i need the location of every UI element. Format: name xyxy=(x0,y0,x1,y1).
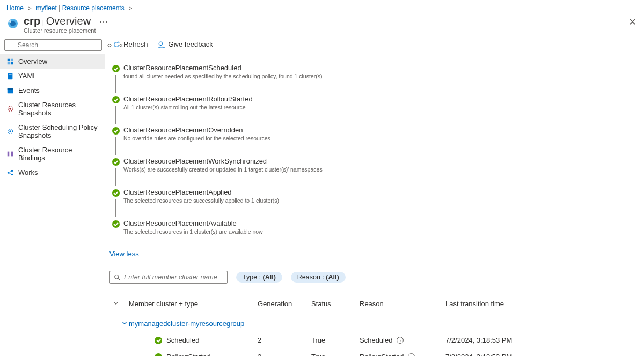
events-icon xyxy=(6,87,14,94)
feedback-label: Give feedback xyxy=(169,40,213,48)
breadcrumb-resource-placements[interactable]: Resource placements xyxy=(62,4,125,12)
sidebar-item-label: Overview xyxy=(18,57,47,65)
breadcrumb-separator: > xyxy=(28,5,31,11)
success-icon xyxy=(112,220,120,228)
svg-line-27 xyxy=(118,278,120,280)
table-header: Member cluster + type Generation Status … xyxy=(109,300,644,315)
toolbar: Refresh Give feedback xyxy=(105,37,644,54)
sidebar-search-input[interactable] xyxy=(4,39,102,51)
search-icon xyxy=(114,274,120,280)
condition-title: ClusterResourcePlacementScheduled xyxy=(123,64,322,72)
condition-desc: The selected resources are successfully … xyxy=(123,197,279,204)
resource-icon xyxy=(6,17,19,30)
sidebar-item-cluster-resources-snapshots[interactable]: Cluster Resources Snapshots xyxy=(0,98,105,120)
breadcrumb-separator: > xyxy=(129,5,132,11)
svg-line-24 xyxy=(9,173,12,175)
overview-icon xyxy=(6,58,14,65)
sidebar-item-works[interactable]: Works xyxy=(0,165,105,180)
timeline-row: ClusterResourcePlacementWorkSynchronized… xyxy=(108,157,644,188)
svg-point-25 xyxy=(159,42,162,45)
page-subtitle: Cluster resource placement xyxy=(24,27,108,34)
policy-snapshot-icon xyxy=(6,128,14,135)
member-cluster-search-input[interactable] xyxy=(109,271,228,284)
sidebar-item-cluster-resource-bindings[interactable]: Cluster Resource Bindings xyxy=(0,143,105,165)
condition-desc: The selected resources in 1 cluster(s) a… xyxy=(123,228,263,235)
works-icon xyxy=(6,169,14,176)
sidebar-item-cluster-scheduling-policy-snapshots[interactable]: Cluster Scheduling Policy Snapshots xyxy=(0,120,105,143)
filter-pill-reason[interactable]: Reason : (All) xyxy=(291,272,346,283)
timeline-row: ClusterResourcePlacementScheduledfound a… xyxy=(108,64,644,95)
svg-rect-19 xyxy=(11,152,13,157)
expand-all-toggle[interactable] xyxy=(109,300,129,308)
timeline-row: ClusterResourcePlacementOverriddenNo ove… xyxy=(108,126,644,157)
row-type: Scheduled xyxy=(166,336,199,344)
view-less-link[interactable]: View less xyxy=(105,246,139,258)
success-icon xyxy=(155,337,162,344)
success-icon xyxy=(155,353,162,357)
svg-point-17 xyxy=(9,130,11,132)
col-last[interactable]: Last transition time xyxy=(445,300,553,308)
breadcrumb-home[interactable]: Home xyxy=(6,4,24,12)
col-status[interactable]: Status xyxy=(311,300,360,308)
svg-rect-10 xyxy=(9,74,11,75)
table-group-row[interactable]: mymanagedcluster-myresourcegroup xyxy=(109,315,644,332)
close-button[interactable]: ✕ xyxy=(628,16,636,28)
sidebar-item-overview[interactable]: Overview xyxy=(0,54,105,69)
breadcrumb-myfleet[interactable]: myfleet xyxy=(36,4,57,12)
success-icon xyxy=(112,158,120,166)
svg-rect-6 xyxy=(11,58,13,61)
page-title: crp | Overview xyxy=(24,15,91,27)
document-icon xyxy=(6,72,14,80)
condition-title: ClusterResourcePlacementWorkSynchronized xyxy=(123,157,323,165)
breadcrumb: Home > myfleet | Resource placements > xyxy=(0,0,644,14)
row-generation: 2 xyxy=(258,353,311,356)
refresh-icon xyxy=(113,41,120,48)
sidebar-item-label: Cluster Resources Snapshots xyxy=(18,101,100,117)
sidebar-item-label: Events xyxy=(18,86,40,94)
bindings-icon xyxy=(6,150,14,158)
col-reason[interactable]: Reason xyxy=(360,300,445,308)
row-status: True xyxy=(311,353,360,356)
col-generation[interactable]: Generation xyxy=(258,300,311,308)
row-reason: Scheduled xyxy=(360,336,392,344)
col-member[interactable]: Member cluster + type xyxy=(129,300,258,308)
row-time: 7/2/2024, 3:18:53 PM xyxy=(445,336,553,344)
filter-value: (All) xyxy=(326,273,339,281)
svg-rect-11 xyxy=(9,76,11,76)
svg-point-2 xyxy=(9,20,11,23)
table-row: RolloutStarted 2 True RolloutStarted i 7… xyxy=(109,348,644,356)
filter-pill-type[interactable]: Type : (All) xyxy=(236,272,282,283)
condition-title: ClusterResourcePlacementRolloutStarted xyxy=(123,95,253,103)
member-cluster-table: Member cluster + type Generation Status … xyxy=(105,284,644,356)
condition-desc: All 1 cluster(s) start rolling out the l… xyxy=(123,104,253,110)
row-type: RolloutStarted xyxy=(166,353,210,356)
info-icon[interactable]: i xyxy=(397,337,404,344)
success-icon xyxy=(112,127,120,135)
sidebar-item-label: YAML xyxy=(18,72,36,80)
main-content: Refresh Give feedback ClusterResourcePla… xyxy=(105,37,644,356)
condition-desc: found all cluster needed as specified by… xyxy=(123,73,322,79)
sidebar-item-label: Works xyxy=(18,168,38,176)
condition-title: ClusterResourcePlacementAvailable xyxy=(123,219,263,227)
success-icon xyxy=(112,65,120,72)
row-status: True xyxy=(311,336,360,344)
refresh-button[interactable]: Refresh xyxy=(113,40,148,48)
sidebar-item-events[interactable]: Events xyxy=(0,83,105,98)
group-name: mymanagedcluster-myresourcegroup xyxy=(129,320,553,328)
feedback-icon xyxy=(158,41,165,48)
svg-rect-13 xyxy=(8,88,13,90)
condition-timeline: ClusterResourcePlacementScheduledfound a… xyxy=(105,54,644,246)
feedback-button[interactable]: Give feedback xyxy=(158,40,213,48)
page-header: crp | Overview ⋯ Cluster resource placem… xyxy=(0,14,644,37)
svg-point-15 xyxy=(9,108,11,110)
sidebar-item-yaml[interactable]: YAML xyxy=(0,69,105,83)
info-icon[interactable]: i xyxy=(408,353,415,356)
timeline-row: ClusterResourcePlacementAppliedThe selec… xyxy=(108,188,644,219)
sidebar: ‹› « Overview YAML Events Cluster Resour… xyxy=(0,37,105,356)
timeline-row: ClusterResourcePlacementRolloutStartedAl… xyxy=(108,95,644,126)
row-reason: RolloutStarted xyxy=(360,353,404,356)
filter-label: Reason : xyxy=(297,273,326,281)
more-actions-button[interactable]: ⋯ xyxy=(99,17,108,27)
svg-rect-18 xyxy=(8,152,10,157)
svg-rect-5 xyxy=(8,58,10,61)
